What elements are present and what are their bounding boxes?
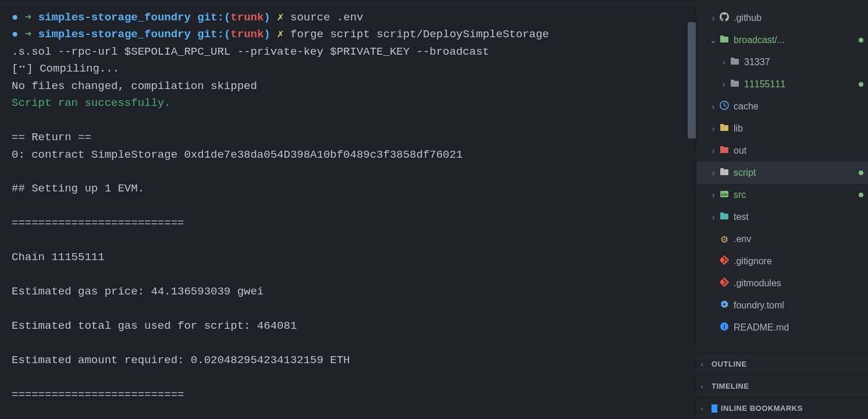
file-gitmodules[interactable]: .gitmodules bbox=[696, 272, 868, 294]
folder-label: 31337 bbox=[744, 57, 863, 68]
arrow-icon: ➜ bbox=[25, 28, 38, 41]
terminal-output: 0: contract SimpleStorage 0xd1de7e38da05… bbox=[1, 147, 695, 164]
terminal-scrollbar[interactable] bbox=[688, 22, 696, 139]
terminal-output bbox=[1, 232, 695, 249]
chevron-right-icon: › bbox=[718, 80, 729, 89]
chevron-right-icon: › bbox=[701, 405, 712, 412]
chevron-right-icon: › bbox=[708, 146, 718, 155]
git-label: git: bbox=[197, 28, 224, 41]
file-label: foundry.toml bbox=[734, 300, 863, 311]
file-label: README.md bbox=[734, 322, 863, 333]
terminal-output: Estimated gas price: 44.136593039 gwei bbox=[1, 283, 695, 300]
folder-label: cache bbox=[734, 101, 863, 112]
file-readme[interactable]: i README.md bbox=[696, 317, 868, 339]
terminal-output: ========================== bbox=[1, 386, 695, 403]
folder-icon bbox=[718, 123, 730, 134]
file-tree: › .github ⌄ broadcast/... › 31337 › 1115… bbox=[696, 5, 868, 353]
folder-script[interactable]: › script bbox=[696, 162, 868, 184]
code-folder-icon: </> bbox=[718, 190, 730, 200]
git-icon bbox=[718, 255, 730, 267]
command-text: forge script script/DeploySimpleStorage bbox=[290, 28, 549, 41]
chevron-right-icon: › bbox=[701, 383, 712, 390]
folder-icon bbox=[729, 79, 741, 90]
terminal-header bbox=[0, 0, 696, 5]
bullet-icon: ● bbox=[12, 11, 18, 24]
terminal-output: [⠒] Compiling... bbox=[1, 61, 695, 77]
terminal-output bbox=[1, 198, 695, 215]
folder-lib[interactable]: › lib bbox=[696, 118, 868, 140]
chevron-right-icon: › bbox=[701, 361, 712, 368]
folder-cache[interactable]: › cache bbox=[696, 95, 868, 118]
folder-11155111[interactable]: › 11155111 bbox=[696, 73, 868, 95]
terminal-output: Estimated total gas used for script: 464… bbox=[1, 318, 695, 335]
folder-label: test bbox=[734, 212, 863, 222]
terminal-output: ========================== bbox=[1, 215, 695, 232]
svg-text:</>: </> bbox=[721, 192, 728, 197]
terminal-content[interactable]: ● ➜ simples-storage_foundry git:(trunk) … bbox=[0, 5, 696, 419]
terminal-prompt-line-2: ● ➜ simples-storage_foundry git:(trunk) … bbox=[1, 26, 695, 43]
github-icon bbox=[718, 12, 730, 24]
folder-github[interactable]: › .github bbox=[696, 7, 868, 29]
file-env[interactable]: ⚙ .env bbox=[696, 228, 868, 250]
folder-icon bbox=[718, 35, 730, 45]
terminal-output: .s.sol --rpc-url $SEPOLIA_RPC_URL --priv… bbox=[1, 44, 695, 61]
folder-31337[interactable]: › 31337 bbox=[696, 51, 868, 73]
gear-icon bbox=[718, 300, 730, 311]
terminal-output bbox=[1, 300, 695, 317]
svg-text:i: i bbox=[723, 323, 725, 330]
file-foundry-toml[interactable]: foundry.toml bbox=[696, 294, 868, 317]
folder-icon bbox=[718, 145, 730, 156]
info-icon: i bbox=[718, 322, 730, 333]
terminal-success: Script ran successfully. bbox=[1, 95, 695, 112]
bullet-icon: ● bbox=[12, 28, 18, 41]
command-text: source .env bbox=[290, 11, 363, 24]
folder-test[interactable]: › test bbox=[696, 206, 868, 228]
git-branch: trunk bbox=[230, 11, 264, 24]
chevron-right-icon: › bbox=[708, 13, 718, 23]
panel-label: INLINE BOOKMARKS bbox=[721, 404, 803, 413]
chevron-down-icon: ⌄ bbox=[708, 35, 718, 45]
folder-src[interactable]: › </> src bbox=[696, 184, 868, 206]
chevron-right-icon: › bbox=[708, 168, 718, 177]
prompt-path: simples-storage_foundry bbox=[38, 11, 191, 24]
chevron-right-icon: › bbox=[708, 190, 718, 200]
folder-out[interactable]: › out bbox=[696, 140, 868, 162]
terminal-output bbox=[1, 267, 695, 283]
chevron-right-icon: › bbox=[718, 58, 729, 67]
folder-broadcast[interactable]: ⌄ broadcast/... bbox=[696, 29, 868, 51]
chevron-right-icon: › bbox=[708, 102, 718, 111]
cross-icon: ✗ bbox=[277, 11, 283, 24]
folder-icon bbox=[718, 168, 730, 178]
terminal-output: No files changed, compilation skipped bbox=[1, 78, 695, 95]
settings-icon: ⚙ bbox=[718, 234, 730, 245]
file-gitignore[interactable]: .gitignore bbox=[696, 250, 868, 272]
git-branch: trunk bbox=[230, 28, 264, 41]
terminal-output: Estimated amount required: 0.02048295423… bbox=[1, 352, 695, 369]
file-explorer-sidebar: › .github ⌄ broadcast/... › 31337 › 1115… bbox=[696, 0, 868, 419]
terminal-output bbox=[1, 335, 695, 351]
arrow-icon: ➜ bbox=[25, 11, 38, 24]
folder-icon bbox=[718, 212, 730, 222]
explorer-header[interactable] bbox=[696, 0, 868, 5]
terminal-output: Chain 11155111 bbox=[1, 249, 695, 266]
modified-dot-icon bbox=[859, 193, 863, 197]
outline-panel[interactable]: › OUTLINE bbox=[696, 353, 868, 375]
folder-icon bbox=[729, 57, 741, 68]
terminal-output bbox=[1, 164, 695, 180]
clock-icon bbox=[718, 101, 730, 112]
terminal-output bbox=[1, 112, 695, 129]
prompt-path: simples-storage_foundry bbox=[38, 28, 191, 41]
modified-dot-icon bbox=[859, 82, 863, 87]
file-label: .gitignore bbox=[734, 256, 863, 267]
modified-dot-icon bbox=[859, 38, 863, 42]
panel-label: OUTLINE bbox=[712, 360, 747, 368]
terminal-output: == Return == bbox=[1, 129, 695, 146]
folder-label: src bbox=[734, 190, 859, 200]
folder-label: broadcast/... bbox=[734, 35, 859, 45]
cross-icon: ✗ bbox=[277, 28, 283, 41]
bookmarks-panel[interactable]: › INLINE BOOKMARKS bbox=[696, 397, 868, 419]
bookmark-icon bbox=[712, 404, 717, 413]
folder-label: script bbox=[734, 168, 859, 178]
timeline-panel[interactable]: › TIMELINE bbox=[696, 375, 868, 397]
folder-label: 11155111 bbox=[744, 79, 859, 90]
